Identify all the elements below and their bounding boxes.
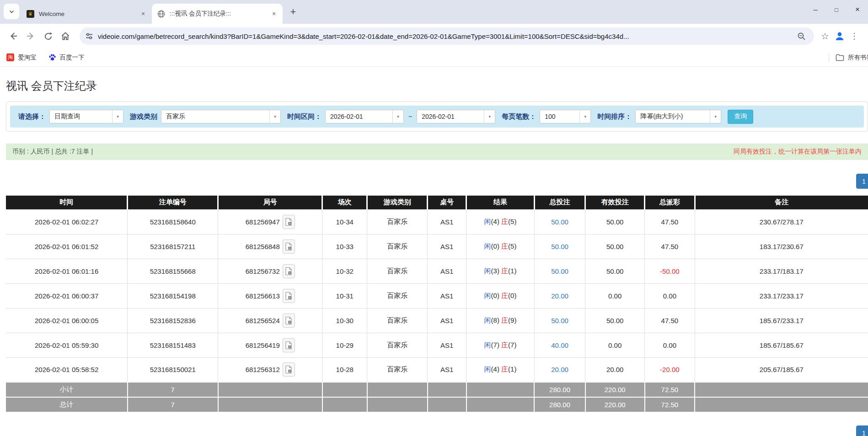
replay-video-button[interactable] [283, 362, 295, 377]
cell-valid-bet: 50.00 [585, 308, 645, 333]
result-banker: 庄 [501, 365, 508, 373]
url-text[interactable]: videoie.com/game/betrecord_search/kind3?… [98, 32, 794, 40]
cell-session: 10-33 [322, 234, 367, 259]
chevron-down-icon[interactable]: ▾ [392, 110, 403, 123]
chevron-down-icon[interactable]: ▾ [710, 110, 721, 123]
cell-game-kind: 百家乐 [367, 234, 428, 259]
window-minimize-button[interactable]: ─ [805, 0, 826, 19]
result-player-points: (7) [491, 341, 502, 349]
footer-game [367, 397, 428, 412]
total-bet-link[interactable]: 50.00 [551, 317, 568, 324]
total-bet-link[interactable]: 50.00 [551, 218, 568, 226]
sort-select[interactable]: 降幂(由大到小) ▾ [635, 110, 721, 123]
bookmark-baidu[interactable]: 百度一下 [48, 53, 85, 62]
date-start-select[interactable]: 2026-02-01 ▾ [325, 110, 404, 123]
page-title: 视讯 会员下注纪录 [6, 79, 868, 93]
chevron-down-icon[interactable]: ▾ [112, 110, 123, 123]
footer-result [466, 397, 535, 412]
cell-payout: -20.00 [645, 357, 695, 382]
tab-betrecord[interactable]: :::视讯 会员下注纪录::: × [152, 4, 283, 24]
footer-note [695, 382, 868, 397]
forward-icon[interactable] [24, 29, 38, 43]
footer-valid-bet: 220.00 [585, 382, 645, 397]
replay-video-button[interactable] [283, 215, 295, 229]
replay-video-button[interactable] [283, 239, 295, 254]
cell-valid-bet: 0.00 [585, 333, 645, 357]
cell-time: 2026-02-01 06:00:05 [6, 308, 128, 333]
window-controls: ─ □ × [805, 0, 868, 19]
round-id-text: 681256419 [246, 341, 280, 349]
tune-icon[interactable] [85, 32, 93, 40]
round-id-text: 681256947 [246, 218, 280, 226]
replay-video-button[interactable] [283, 314, 295, 328]
round-id-text: 681256732 [246, 267, 280, 275]
bookmark-aitaobao[interactable]: 淘 爱淘宝 [6, 53, 37, 62]
cell-note: 183.17/230.67 [695, 234, 868, 259]
home-icon[interactable] [59, 29, 72, 43]
date-range-label: 时间区间： [287, 112, 321, 121]
round-id-wrap: 681256312 [218, 362, 322, 377]
cell-game-kind: 百家乐 [367, 308, 428, 333]
menu-kebab-icon[interactable]: ⋮ [847, 29, 862, 43]
footer-total-bet: 280.00 [534, 397, 585, 412]
table-row: 2026-02-01 06:00:05523168152836681256524… [6, 308, 868, 333]
footer-valid-bet: 220.00 [585, 397, 645, 412]
address-bar[interactable]: videoie.com/game/betrecord_search/kind3?… [80, 27, 814, 45]
total-bet-link[interactable]: 20.00 [551, 292, 568, 300]
tab-close-icon[interactable]: × [270, 10, 278, 18]
window-maximize-button[interactable]: □ [826, 0, 847, 19]
footer-note [695, 397, 868, 412]
reload-icon[interactable] [41, 29, 55, 43]
cell-total-bet: 50.00 [534, 209, 585, 234]
result-player: 闲 [484, 218, 491, 225]
window-close-button[interactable]: × [847, 0, 868, 19]
total-bet-link[interactable]: 50.00 [551, 243, 568, 250]
cell-table-no: AS1 [428, 308, 466, 333]
replay-video-button[interactable] [283, 338, 295, 352]
cell-result: 闲(4) 庄(1) [466, 357, 535, 382]
cell-table-no: AS1 [428, 333, 466, 357]
result-player: 闲 [484, 316, 491, 324]
date-end-select[interactable]: 2026-02-01 ▾ [417, 110, 495, 123]
total-bet-link[interactable]: 40.00 [551, 341, 568, 349]
page-1-button[interactable]: 1 [856, 174, 868, 189]
result-player-points: (0) [491, 242, 502, 250]
back-icon[interactable] [6, 29, 20, 43]
cell-payout: 47.50 [645, 209, 695, 234]
page-content: 视讯 会员下注纪录 请选择： 日期查询 ▾ 游戏类别 百家乐 ▾ 时间区间： 2… [0, 79, 868, 436]
cell-session: 10-31 [322, 283, 367, 308]
game-kind-select[interactable]: 百家乐 ▾ [161, 110, 281, 123]
tab-welcome[interactable]: ♛ Welcome × [21, 4, 152, 24]
page-1-button[interactable]: 1 [856, 425, 868, 436]
tab-search-button[interactable] [4, 4, 19, 19]
page-size-select[interactable]: 100 ▾ [540, 110, 591, 123]
new-tab-button[interactable]: + [285, 4, 301, 20]
bookmark-star-icon[interactable]: ☆ [818, 29, 832, 43]
search-button[interactable]: 查询 [728, 110, 753, 124]
result-banker: 庄 [501, 242, 508, 250]
chevron-down-icon[interactable]: ▾ [484, 110, 495, 123]
replay-video-button[interactable] [283, 264, 295, 278]
cell-round-id: 681256947 [218, 209, 322, 234]
cell-table-no: AS1 [428, 283, 466, 308]
chevron-down-icon[interactable]: ▾ [579, 110, 590, 123]
query-type-select[interactable]: 日期查询 ▾ [49, 110, 123, 123]
cell-payout: 47.50 [645, 308, 695, 333]
cell-table-no: AS1 [428, 357, 466, 382]
result-player: 闲 [484, 292, 491, 299]
round-id-text: 681256312 [246, 366, 280, 373]
column-header: 时间 [6, 196, 128, 209]
table-row: 2026-02-01 06:01:52523168157211681256848… [6, 234, 868, 259]
browser-toolbar: videoie.com/game/betrecord_search/kind3?… [0, 24, 868, 48]
column-header: 结果 [466, 196, 535, 209]
chevron-down-icon[interactable]: ▾ [269, 110, 280, 123]
profile-avatar[interactable] [832, 29, 847, 43]
all-bookmarks[interactable]: 所有书签 [829, 53, 868, 62]
tab-close-icon[interactable]: × [139, 10, 147, 18]
cell-note: 233.17/183.17 [695, 259, 868, 283]
zoom-icon[interactable] [794, 29, 809, 43]
total-bet-link[interactable]: 20.00 [551, 366, 568, 373]
replay-video-button[interactable] [283, 289, 295, 303]
total-bet-link[interactable]: 50.00 [551, 267, 568, 275]
footer-result [466, 382, 535, 397]
